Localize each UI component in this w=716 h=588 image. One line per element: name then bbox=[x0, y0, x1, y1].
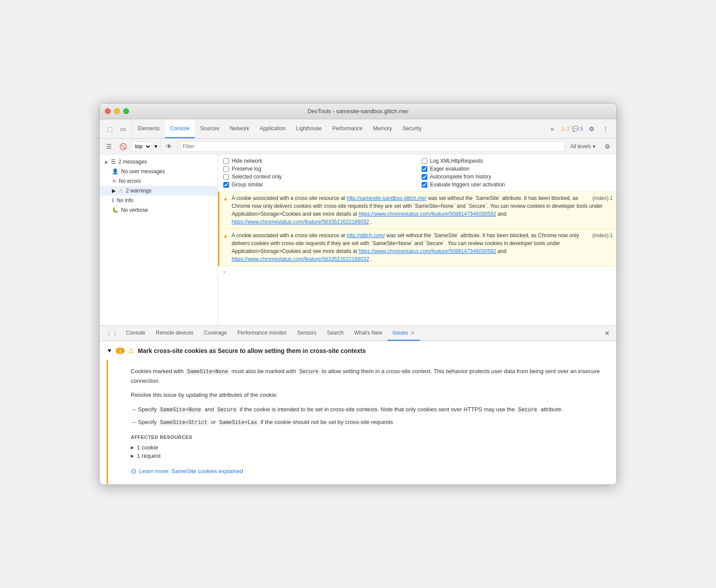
learn-more-section: ⊙ Learn more: SameSite cookies explained bbox=[131, 467, 606, 475]
warn-triangle-icon-1: ▲ bbox=[223, 195, 228, 203]
devtools-window: DevTools - samesite-sandbox.glitch.me/ ⬚… bbox=[99, 103, 617, 485]
tab-bar: ⬚ ▭ Elements Console Sources Network App… bbox=[100, 119, 616, 139]
message-icon: 💬 bbox=[572, 126, 579, 132]
sidebar-item-errors[interactable]: ✕ No errors bbox=[100, 176, 218, 186]
warn-link-2a[interactable]: http://glitch.com/ bbox=[347, 232, 385, 239]
levels-arrow-icon: ▾ bbox=[593, 143, 595, 150]
console-prompt[interactable]: › bbox=[218, 266, 616, 278]
settings-button[interactable]: ⚙ bbox=[586, 123, 597, 135]
affected-resources-label: AFFECTED RESOURCES bbox=[131, 435, 606, 440]
arrow1-code3: Secure bbox=[516, 406, 539, 413]
selected-context-checkbox[interactable] bbox=[223, 174, 229, 180]
issue-arrow1-text: → Specify SameSite=None and Secure if th… bbox=[131, 405, 563, 414]
arrow2-code1: SameSite=Strict bbox=[158, 419, 209, 426]
tab-application[interactable]: Application bbox=[254, 119, 291, 138]
warn-end-2: . bbox=[371, 256, 372, 262]
inspect-element-button[interactable]: ⬚ bbox=[104, 123, 115, 135]
warn-loc-2[interactable]: (index):1 bbox=[592, 232, 613, 239]
console-sidebar-toggle[interactable]: ☰ bbox=[103, 141, 115, 152]
btab-coverage[interactable]: Coverage bbox=[199, 326, 232, 341]
sidebar-item-verbose[interactable]: 🐛 No verbose bbox=[100, 205, 218, 215]
filter-input[interactable] bbox=[180, 141, 564, 152]
tab-network[interactable]: Network bbox=[225, 119, 254, 138]
levels-dropdown[interactable]: All levels ▾ bbox=[567, 143, 599, 150]
tab-security[interactable]: Security bbox=[397, 119, 427, 138]
warn-text-mid-2: was set without the bbox=[387, 232, 433, 239]
warn-link-2c[interactable]: https://www.chromestatus.com/feature/563… bbox=[232, 256, 369, 262]
issue-warn-icon: ⚠ bbox=[128, 346, 134, 355]
warning-icon: ⚠ bbox=[561, 126, 566, 132]
issue-expand-arrow: ▼ bbox=[107, 347, 112, 354]
warn-link-1c[interactable]: https://www.chromestatus.com/feature/563… bbox=[232, 219, 369, 225]
more-tabs-button[interactable]: » bbox=[547, 123, 558, 135]
warn-text-before-2: A cookie associated with a cross-site re… bbox=[232, 232, 347, 239]
console-settings-button[interactable]: ⚙ bbox=[601, 141, 613, 152]
option-preserve-log: Preserve log bbox=[223, 166, 413, 172]
issue-header-1[interactable]: ▼ 1 ⚠ Mark cross-site cookies as Secure … bbox=[100, 341, 616, 360]
option-log-xmlhttp: Log XMLHttpRequests bbox=[422, 158, 611, 164]
btab-remote-devices[interactable]: Remote devices bbox=[150, 326, 199, 341]
option-selected-context: Selected context only bbox=[223, 174, 413, 180]
preserve-log-checkbox[interactable] bbox=[223, 166, 229, 172]
eval-triggers-checkbox[interactable] bbox=[422, 182, 427, 188]
sidebar-item-user-messages[interactable]: 👤 No user messages bbox=[100, 167, 218, 176]
issue-body: Cookies marked with SameSite=None must a… bbox=[107, 360, 616, 484]
device-toolbar-button[interactable]: ▭ bbox=[117, 123, 129, 135]
sidebar-item-info[interactable]: ℹ No info bbox=[100, 196, 218, 205]
btab-sensors[interactable]: Sensors bbox=[292, 326, 322, 341]
bottom-tabs-right: ✕ bbox=[601, 328, 613, 339]
info-icon: ℹ bbox=[112, 197, 114, 203]
warn-link-2b[interactable]: https://www.chromestatus.com/feature/508… bbox=[358, 248, 496, 254]
tab-sources[interactable]: Sources bbox=[195, 119, 225, 138]
close-issues-tab-button[interactable]: ✕ bbox=[411, 330, 415, 336]
option-group-similar: Group similar bbox=[223, 182, 413, 188]
error-icon: ✕ bbox=[112, 178, 116, 184]
log-xmlhttp-checkbox[interactable] bbox=[422, 158, 427, 164]
tab-console[interactable]: Console bbox=[165, 119, 195, 138]
group-similar-checkbox[interactable] bbox=[223, 182, 229, 188]
learn-more-link[interactable]: Learn more: SameSite cookies explained bbox=[139, 468, 243, 474]
warn-link-1b[interactable]: https://www.chromestatus.com/feature/508… bbox=[358, 211, 496, 217]
btab-performance-monitor[interactable]: Performance monitor bbox=[232, 326, 292, 341]
tab-lighthouse[interactable]: Lighthouse bbox=[291, 119, 327, 138]
console-content: Hide network Log XMLHttpRequests Preserv… bbox=[218, 154, 616, 325]
maximize-button[interactable] bbox=[123, 108, 129, 114]
eye-icon[interactable]: 👁 bbox=[163, 141, 175, 152]
warning-sidebar-icon: ⚠ bbox=[118, 188, 123, 194]
tab-bar-right: » ⚠ 2 💬 5 ⚙ ⋮ bbox=[547, 119, 615, 138]
btab-search[interactable]: Search bbox=[322, 326, 349, 341]
close-button[interactable] bbox=[105, 108, 111, 114]
more-options-button[interactable]: ⋮ bbox=[600, 123, 611, 135]
context-selector[interactable]: top bbox=[131, 142, 152, 151]
tab-performance[interactable]: Performance bbox=[327, 119, 368, 138]
close-drawer-button[interactable]: ✕ bbox=[601, 328, 613, 339]
prompt-icon: › bbox=[223, 269, 225, 275]
issue-code-2: Secure bbox=[298, 368, 320, 375]
console-main: ▶ ☰ 2 messages 👤 No user messages ✕ No e… bbox=[100, 154, 616, 325]
hide-network-checkbox[interactable] bbox=[223, 158, 229, 164]
minimize-button[interactable] bbox=[114, 108, 120, 114]
clear-console-button[interactable]: 🚫 bbox=[117, 141, 129, 152]
expand-arrow-icon: ▶ bbox=[105, 160, 108, 164]
warn-text-mid-1: was set bbox=[428, 195, 447, 201]
btab-console[interactable]: Console bbox=[121, 326, 150, 341]
warnings-badge: ⚠ 2 bbox=[561, 126, 570, 132]
resource-item-request[interactable]: ▶ 1 request bbox=[131, 452, 606, 460]
option-autocomplete: Autocomplete from history bbox=[422, 174, 611, 180]
tab-memory[interactable]: Memory bbox=[368, 119, 397, 138]
issue-p1-before: Cookies marked with bbox=[131, 368, 185, 374]
drag-handle[interactable]: ⋮⋮ bbox=[103, 330, 121, 337]
tab-elements[interactable]: Elements bbox=[132, 119, 165, 138]
warn-link-1a[interactable]: http://samesite-sandbox.glitch.me/ bbox=[347, 195, 426, 201]
sidebar-item-messages[interactable]: ▶ ☰ 2 messages bbox=[100, 157, 218, 167]
issue-badge: 1 bbox=[116, 348, 125, 354]
eager-eval-checkbox[interactable] bbox=[422, 166, 427, 172]
autocomplete-checkbox[interactable] bbox=[422, 174, 427, 180]
btab-issues[interactable]: Issues ✕ bbox=[387, 326, 420, 341]
resource-item-cookie[interactable]: ▶ 1 cookie bbox=[131, 443, 606, 452]
warning-message-2: ▲ A cookie associated with a cross-site … bbox=[218, 229, 616, 266]
btab-whats-new[interactable]: What's New bbox=[349, 326, 387, 341]
title-bar: DevTools - samesite-sandbox.glitch.me/ bbox=[100, 103, 616, 119]
sidebar-item-warnings[interactable]: ▶ ⚠ 2 warnings bbox=[100, 186, 218, 196]
warn-loc-1[interactable]: (index):1 bbox=[592, 194, 613, 202]
